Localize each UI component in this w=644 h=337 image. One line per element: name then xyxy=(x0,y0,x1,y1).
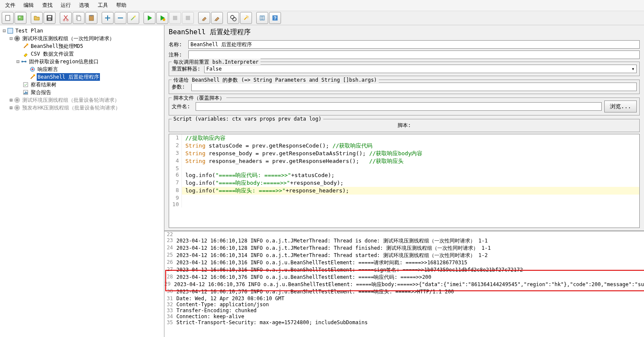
log-line: 262023-04-12 16:06:10,316 INFO o.a.j.u.B… xyxy=(164,259,644,266)
line-number: 2 xyxy=(169,142,182,150)
toggle-button[interactable] xyxy=(127,12,139,24)
panel-title: BeanShell 后置处理程序 xyxy=(164,25,644,39)
log-text: 2023-04-12 16:06:10,376 INFO o.a.j.u.Bea… xyxy=(175,288,454,296)
tree-item[interactable]: CSV 数据文件设置 xyxy=(30,50,75,58)
log-line-number: 27 xyxy=(164,266,175,274)
code-line[interactable]: 8log.info("=====响应头: =====>>"+response_h… xyxy=(169,187,639,195)
sampler-icon xyxy=(20,58,27,65)
templates-button[interactable] xyxy=(15,12,26,24)
tree-item[interactable]: 察看结果树 xyxy=(30,81,57,89)
log-line-number: 28 xyxy=(164,274,175,281)
testplan-icon xyxy=(7,27,14,34)
script-label: 脚本: xyxy=(172,121,637,130)
line-number: 7 xyxy=(169,179,182,187)
svg-text:?: ? xyxy=(274,15,277,21)
svg-rect-35 xyxy=(26,92,27,94)
tree-toggle[interactable]: ⊟ xyxy=(2,27,7,35)
tree-item[interactable]: 固件获取设备region信息接口 xyxy=(28,58,100,65)
comment-input[interactable] xyxy=(188,50,640,59)
content-panel: BeanShell 后置处理程序 名称: 注释: 每次调用前重置 bsh.Int… xyxy=(164,25,644,337)
reset-select[interactable]: False▾ xyxy=(204,65,637,73)
line-number: 4 xyxy=(169,157,182,165)
log-text: 2023-04-12 16:06:10,128 INFO o.a.j.t.JMe… xyxy=(175,245,491,252)
comment-label: 注释: xyxy=(169,51,186,59)
svg-point-23 xyxy=(16,37,18,40)
code-line[interactable]: 1//提取响应内容 xyxy=(169,134,639,142)
expand-button[interactable] xyxy=(102,12,114,24)
code-line[interactable]: 10 xyxy=(169,201,639,207)
stop-button[interactable] xyxy=(169,12,181,24)
params-fieldset: 传递给 BeanShell 的参数 (=> String Parameters … xyxy=(169,80,640,94)
tree-item[interactable]: 测试环境压测线程组（批量设备轮询请求） xyxy=(21,96,120,104)
search-button[interactable] xyxy=(227,12,239,24)
save-button[interactable] xyxy=(44,12,56,24)
menu-search[interactable]: 查找 xyxy=(39,1,56,10)
name-input[interactable] xyxy=(188,40,640,49)
log-line: 32Content-Type: application/json xyxy=(164,302,644,307)
code-line[interactable]: 9 xyxy=(169,195,639,201)
start-no-pause-button[interactable] xyxy=(156,12,168,24)
log-text: 2023-04-12 16:06:10,316 INFO o.a.j.u.Bea… xyxy=(175,259,467,266)
copy-button[interactable] xyxy=(73,12,85,24)
shutdown-button[interactable] xyxy=(182,12,194,24)
tree-toggle[interactable]: ⊟ xyxy=(9,35,14,42)
tree-toggle[interactable]: ⊞ xyxy=(9,96,14,104)
menu-run[interactable]: 运行 xyxy=(57,1,74,10)
log-text: 2023-04-12 16:06:10,314 INFO o.a.j.t.JMe… xyxy=(175,252,488,259)
svg-rect-1 xyxy=(18,16,23,20)
code-line[interactable]: 2String statusCode = prev.getResponseCod… xyxy=(169,142,639,150)
log-line: 22 xyxy=(164,231,644,237)
clear-all-button[interactable] xyxy=(211,12,223,24)
code-line[interactable]: 4String response_headers = prev.getRespo… xyxy=(169,157,639,165)
menu-options[interactable]: 选项 xyxy=(76,1,93,10)
log-line: 272023-04-12 16:06:10,316 INFO o.a.j.u.B… xyxy=(164,266,644,274)
tree-item[interactable]: 聚合报告 xyxy=(30,89,52,96)
tree-item[interactable]: BeanShell预处理MD5 xyxy=(30,42,84,50)
svg-rect-15 xyxy=(186,16,190,20)
svg-point-39 xyxy=(16,106,18,109)
threadgroup-disabled-icon xyxy=(14,104,20,111)
menubar: 文件 编辑 查找 运行 选项 工具 帮助 xyxy=(0,0,644,11)
file-input[interactable] xyxy=(196,102,602,111)
paste-button[interactable] xyxy=(85,12,97,24)
code-line[interactable]: 3String response_body = prev.getResponse… xyxy=(169,150,639,157)
open-button[interactable] xyxy=(31,12,43,24)
browse-button[interactable]: 浏览... xyxy=(604,101,637,112)
menu-help[interactable]: 帮助 xyxy=(113,1,130,10)
line-number: 5 xyxy=(169,165,182,171)
clear-button[interactable] xyxy=(198,12,210,24)
collapse-button[interactable] xyxy=(114,12,126,24)
params-input[interactable] xyxy=(191,83,637,91)
log-panel[interactable]: 22232023-04-12 16:06:10,128 INFO o.a.j.t… xyxy=(164,231,644,337)
log-line: 35Strict-Transport-Security: max-age=157… xyxy=(164,319,644,325)
log-text: Strict-Transport-Security: max-age=15724… xyxy=(175,319,368,325)
log-text: 2023-04-12 16:06:10,316 INFO o.a.j.u.Bea… xyxy=(175,266,523,274)
line-number: 9 xyxy=(169,195,182,201)
listener-icon xyxy=(22,89,29,96)
tree-item-selected[interactable]: BeanShell 后置处理程序 xyxy=(37,73,100,81)
tree-item[interactable]: 测试环境压测线程组（一次性同时请求） xyxy=(21,35,115,42)
help-button[interactable]: ? xyxy=(269,12,281,24)
code-line[interactable]: 6log.info("=====响应代码: =====>>"+statusCod… xyxy=(169,171,639,179)
code-line[interactable]: 7log.info("=====响应body:=====>>"+response… xyxy=(169,179,639,187)
tree-item[interactable]: 预发布HK压测线程组（批量设备轮询请求） xyxy=(21,104,121,112)
tree-toggle[interactable]: ⊟ xyxy=(15,58,20,65)
tree-toggle[interactable]: ⊞ xyxy=(9,104,14,112)
function-helper-button[interactable] xyxy=(256,12,268,24)
tree-root[interactable]: Test Plan xyxy=(15,27,44,35)
menu-tools[interactable]: 工具 xyxy=(94,1,111,10)
start-button[interactable] xyxy=(143,12,155,24)
code-editor[interactable]: 1//提取响应内容2String statusCode = prev.getRe… xyxy=(169,134,640,228)
menu-file[interactable]: 文件 xyxy=(2,1,19,10)
log-text: 2023-04-12 16:06:10,376 INFO o.a.j.u.Bea… xyxy=(172,281,644,288)
code-line[interactable]: 5 xyxy=(169,165,639,171)
menu-edit[interactable]: 编辑 xyxy=(20,1,37,10)
cut-button[interactable] xyxy=(60,12,72,24)
new-button[interactable] xyxy=(2,12,14,24)
tree-item[interactable]: 响应断言 xyxy=(37,65,59,73)
reset-fieldset: 每次调用前重置 bsh.Interpreter 重置解释器: False▾ xyxy=(169,62,640,76)
postprocessor-icon xyxy=(29,74,36,80)
reset-label: 重置解释器: xyxy=(172,65,202,73)
reset-search-button[interactable] xyxy=(240,12,252,24)
tree-panel[interactable]: ⊟Test Plan ⊟测试环境压测线程组（一次性同时请求） BeanShell… xyxy=(0,25,164,337)
